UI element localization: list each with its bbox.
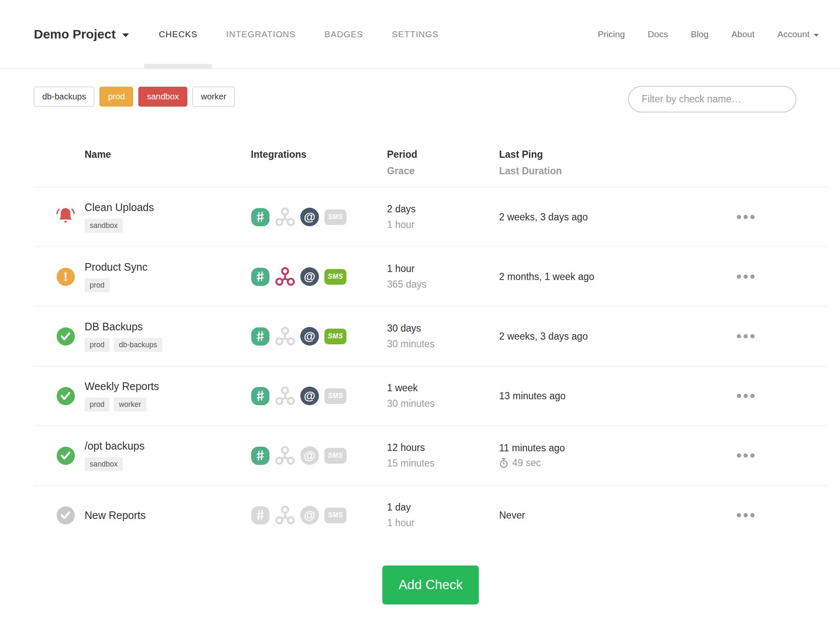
slack-icon: # [251,506,270,525]
nav-link-pricing[interactable]: Pricing [598,29,625,39]
tab-bar: CHECKSINTEGRATIONSBADGESSETTINGS [144,0,453,69]
check-tags: sandbox [85,457,235,471]
period-value: 30 days [387,323,472,334]
integration-icons: #@SMS [251,386,374,406]
check-tag: db-backups [114,338,162,352]
row-menu-button[interactable] [733,330,759,343]
table-row: New Reports #@SMS 1 day 1 hour Never [34,486,827,545]
account-label: Account [777,29,810,39]
nav-link-docs[interactable]: Docs [648,29,668,39]
tag-filters: db-backupsprodsandboxworker [34,86,235,107]
webhook-icon [275,386,295,406]
nav-link-about[interactable]: About [731,29,755,39]
checks-page: db-backupsprodsandboxworker Name Integra… [34,86,827,604]
slack-icon: # [251,267,270,286]
period-value: 1 week [387,382,472,394]
webhook-icon [275,327,295,346]
check-tags: sandbox [85,219,235,233]
table-row: /opt backups sandbox #@SMS 12 hours 15 m… [34,426,827,486]
integration-icons: #@SMS [251,327,374,346]
grace-value: 1 hour [387,219,472,231]
grace-value: 30 minutes [387,338,472,350]
check-name-link[interactable]: /opt backups [85,440,235,452]
row-menu-button[interactable] [733,270,759,283]
last-ping-value: 2 months, 1 week ago [499,271,664,283]
last-ping-value: 13 minutes ago [499,390,664,402]
last-ping-value: 11 minutes ago [499,442,664,454]
last-ping-value: Never [499,510,664,521]
check-name-link[interactable]: Weekly Reports [85,380,235,393]
grace-value: 1 hour [387,517,472,529]
last-ping-value: 2 weeks, 3 days ago [499,331,664,342]
nav-link-blog[interactable]: Blog [691,29,708,39]
period-value: 12 hours [387,442,472,453]
column-header-last-ping: Last Ping Last Duration [472,149,664,187]
sms-icon: SMS [324,209,346,225]
grace-value: 30 minutes [387,398,472,409]
sms-icon: SMS [324,448,346,464]
tab-badges[interactable]: BADGES [310,0,377,69]
search-input[interactable] [628,86,796,113]
check-tags: prod [85,278,235,292]
tab-settings[interactable]: SETTINGS [378,0,453,69]
check-name-link[interactable]: Clean Uploads [85,201,235,214]
check-name-link[interactable]: DB Backups [85,321,235,333]
stopwatch-icon [499,458,508,468]
row-menu-button[interactable] [733,211,759,223]
status-icon-ok [57,447,75,465]
add-check-button[interactable]: Add Check [382,566,479,604]
table-row: Clean Uploads sandbox #@SMS 2 days 1 hou… [34,187,827,247]
check-tag: prod [85,398,110,412]
table-header-row: Name Integrations Period Grace Last Ping… [34,149,827,187]
last-ping-value: 2 weeks, 3 days ago [499,211,664,223]
period-value: 1 hour [387,263,472,275]
table-row: ! Product Sync prod #@SMS 1 hour 365 day… [34,247,827,307]
email-icon: @ [300,267,319,286]
status-icon-warning: ! [57,268,75,286]
check-tag: worker [114,398,146,412]
chevron-down-icon [814,34,819,37]
project-dropdown[interactable]: Demo Project [34,27,129,41]
webhook-icon [275,505,295,525]
tab-integrations[interactable]: INTEGRATIONS [212,0,310,69]
check-name-link[interactable]: Product Sync [85,261,235,273]
grace-value: 365 days [387,279,472,290]
tag-filter-worker[interactable]: worker [192,87,235,107]
slack-icon: # [251,327,270,346]
row-menu-button[interactable] [733,509,759,522]
tag-filter-prod[interactable]: prod [99,87,133,107]
nav-links: PricingDocsBlogAbout Account [598,29,819,39]
sms-icon: SMS [324,269,346,285]
integration-icons: #@SMS [251,267,374,286]
webhook-icon [275,207,295,227]
column-header-period: Period Grace [374,149,472,187]
column-header-name: Name [85,149,235,187]
sms-icon: SMS [324,329,346,344]
sms-icon: SMS [324,508,346,523]
status-icon-ok [57,387,75,405]
table-row: Weekly Reports prodworker #@SMS 1 week 3… [34,366,827,426]
sms-icon: SMS [324,388,346,404]
integration-icons: #@SMS [251,446,374,465]
row-menu-button[interactable] [733,449,759,462]
last-duration-text: 49 sec [512,457,541,469]
account-dropdown[interactable]: Account [777,29,819,39]
column-header-status [34,149,85,187]
toolbar: db-backupsprodsandboxworker [34,86,827,113]
tag-filter-sandbox[interactable]: sandbox [138,87,187,107]
check-name-link[interactable]: New Reports [85,509,235,522]
top-nav: Demo Project CHECKSINTEGRATIONSBADGESSET… [0,0,840,69]
check-tag: prod [85,278,110,292]
tab-checks[interactable]: CHECKS [144,0,211,69]
check-tags: proddb-backups [85,338,235,352]
period-value: 2 days [387,203,472,215]
status-icon-alert [55,206,76,226]
chevron-down-icon [122,33,129,37]
check-tags: prodworker [85,398,235,412]
row-menu-button[interactable] [733,390,759,402]
email-icon: @ [300,208,319,226]
tag-filter-db-backups[interactable]: db-backups [34,87,94,107]
integration-icons: #@SMS [251,505,374,525]
status-icon-new [57,506,75,524]
period-value: 1 day [387,502,472,513]
